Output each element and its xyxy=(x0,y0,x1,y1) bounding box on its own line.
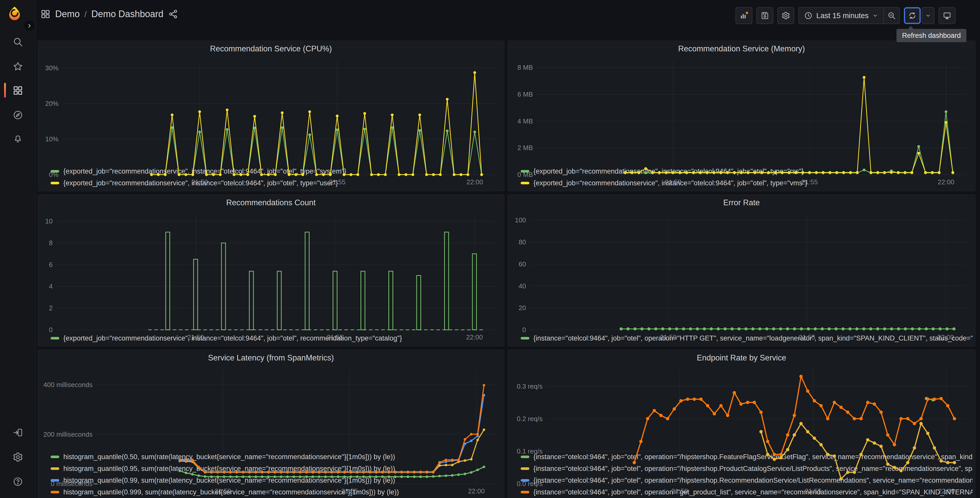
monitor-icon xyxy=(943,11,951,20)
panel-recommendation-cpu: Recommendation Service (CPU%) 21:5021:55… xyxy=(38,41,504,191)
svg-text:21:50: 21:50 xyxy=(191,178,208,186)
svg-text:21:55: 21:55 xyxy=(341,487,358,495)
dashboard-settings-button[interactable] xyxy=(777,7,794,24)
sidebar xyxy=(0,0,36,498)
panel-title[interactable]: Error Rate xyxy=(508,195,975,211)
svg-text:0: 0 xyxy=(522,326,526,334)
svg-text:0: 0 xyxy=(49,326,52,334)
svg-text:21:55: 21:55 xyxy=(799,334,815,341)
apps-grid-icon xyxy=(40,9,51,19)
svg-text:22:00: 22:00 xyxy=(466,334,483,341)
sidebar-item-starred[interactable] xyxy=(0,57,36,76)
svg-text:4 MB: 4 MB xyxy=(517,117,533,125)
star-icon xyxy=(13,61,23,72)
panel-chart: 21:5021:5522:000.0 req/s0.1 req/s0.2 req… xyxy=(508,366,975,450)
search-minus-icon xyxy=(887,11,896,20)
svg-text:0%: 0% xyxy=(49,171,59,179)
svg-text:8 MB: 8 MB xyxy=(517,64,533,71)
svg-text:21:50: 21:50 xyxy=(187,334,204,341)
svg-text:21:50: 21:50 xyxy=(215,487,231,495)
svg-text:21:55: 21:55 xyxy=(327,334,344,341)
svg-text:40: 40 xyxy=(519,282,526,290)
bell-icon xyxy=(13,133,23,144)
compass-icon xyxy=(13,110,23,120)
svg-text:0.1 req/s: 0.1 req/s xyxy=(517,447,542,455)
svg-text:0 MB: 0 MB xyxy=(517,171,533,179)
panel-add-icon xyxy=(740,11,748,20)
breadcrumb-section[interactable]: Demo xyxy=(55,9,80,19)
sidebar-item-sign-in[interactable] xyxy=(0,423,36,442)
kiosk-mode-button[interactable] xyxy=(939,7,956,24)
clock-icon xyxy=(804,11,813,20)
svg-text:0 milliseconds: 0 milliseconds xyxy=(51,480,92,487)
sidebar-item-search[interactable] xyxy=(0,33,36,51)
sidebar-item-explore[interactable] xyxy=(0,106,36,124)
panel-chart: 21:5021:5522:00020406080100 xyxy=(508,211,975,331)
breadcrumb-dashboard-title[interactable]: Demo Dashboard xyxy=(91,9,163,19)
share-alt-icon[interactable] xyxy=(168,9,178,19)
svg-text:21:50: 21:50 xyxy=(660,334,676,341)
top-bar: Demo / Demo Dashboard Last 15 m xyxy=(36,0,980,31)
refresh-interval-button[interactable] xyxy=(922,7,934,24)
svg-text:400 milliseconds: 400 milliseconds xyxy=(43,381,92,389)
svg-text:22:00: 22:00 xyxy=(937,334,954,341)
svg-text:200 milliseconds: 200 milliseconds xyxy=(43,431,92,438)
svg-text:21:55: 21:55 xyxy=(329,178,345,186)
zoom-out-button[interactable] xyxy=(884,8,899,24)
refresh-tooltip: Refresh dashboard xyxy=(896,29,966,42)
panel-chart: 21:5021:5522:000246810 xyxy=(38,211,504,331)
panel-title[interactable]: Recommendation Service (Memory) xyxy=(508,41,975,57)
panel-title[interactable]: Endpoint Rate by Service xyxy=(508,350,975,366)
chevron-down-icon xyxy=(925,13,931,19)
panel-recommendation-memory: Recommendation Service (Memory) 21:5021:… xyxy=(508,41,975,191)
apps-grid-icon xyxy=(13,85,23,96)
search-icon xyxy=(13,37,23,47)
svg-text:21:50: 21:50 xyxy=(665,178,681,186)
svg-text:60: 60 xyxy=(519,260,526,268)
panel-title[interactable]: Service Latency (from SpanMetrics) xyxy=(38,350,504,366)
svg-text:2 MB: 2 MB xyxy=(517,144,533,152)
panel-recommendations-count: Recommendations Count 21:5021:5522:00024… xyxy=(38,195,504,346)
time-range-label: Last 15 minutes xyxy=(816,11,869,20)
panel-chart: 21:5021:5522:000%10%20%30% xyxy=(38,57,504,164)
dashboard-toolbar: Last 15 minutes xyxy=(735,7,956,24)
active-indicator xyxy=(4,83,6,97)
panel-title[interactable]: Recommendations Count xyxy=(38,195,504,211)
grafana-logo-icon[interactable] xyxy=(7,6,22,21)
refresh-button[interactable] xyxy=(904,7,921,24)
panel-endpoint-rate: Endpoint Rate by Service 21:5021:5522:00… xyxy=(508,350,975,498)
svg-text:10: 10 xyxy=(45,217,52,225)
sidebar-item-alerting[interactable] xyxy=(0,129,36,148)
save-icon xyxy=(760,11,769,20)
panel-chart: 21:5021:5522:000 milliseconds200 millise… xyxy=(38,366,504,450)
svg-text:20%: 20% xyxy=(45,100,59,107)
svg-text:4: 4 xyxy=(49,283,52,290)
time-range-button[interactable]: Last 15 minutes xyxy=(799,8,883,24)
svg-text:20: 20 xyxy=(519,304,526,312)
panel-title[interactable]: Recommendation Service (CPU%) xyxy=(38,41,504,57)
svg-text:8: 8 xyxy=(49,239,52,247)
svg-text:22:00: 22:00 xyxy=(468,487,485,495)
save-dashboard-button[interactable] xyxy=(756,7,773,24)
question-circle-icon xyxy=(13,476,23,487)
gear-icon xyxy=(13,452,23,463)
svg-text:0.2 req/s: 0.2 req/s xyxy=(517,415,542,423)
panel-error-rate: Error Rate 21:5021:5522:00020406080100 {… xyxy=(508,195,975,346)
breadcrumb: Demo / Demo Dashboard xyxy=(40,9,178,19)
sidebar-item-help[interactable] xyxy=(0,472,36,491)
svg-text:2: 2 xyxy=(49,304,52,312)
svg-text:21:55: 21:55 xyxy=(805,487,821,495)
tooltip-text: Refresh dashboard xyxy=(902,32,961,40)
svg-text:30%: 30% xyxy=(45,64,59,72)
svg-text:21:50: 21:50 xyxy=(671,487,688,495)
svg-text:21:55: 21:55 xyxy=(801,178,818,186)
sync-icon xyxy=(908,11,916,20)
sidebar-expand-button[interactable] xyxy=(24,20,35,32)
svg-text:6 MB: 6 MB xyxy=(517,91,533,98)
time-picker-group: Last 15 minutes xyxy=(799,7,900,24)
add-panel-button[interactable] xyxy=(735,7,752,24)
chevron-right-icon xyxy=(27,23,32,29)
sidebar-item-dashboards[interactable] xyxy=(0,81,36,100)
sidebar-item-configuration[interactable] xyxy=(0,448,36,466)
gear-icon xyxy=(781,11,790,20)
